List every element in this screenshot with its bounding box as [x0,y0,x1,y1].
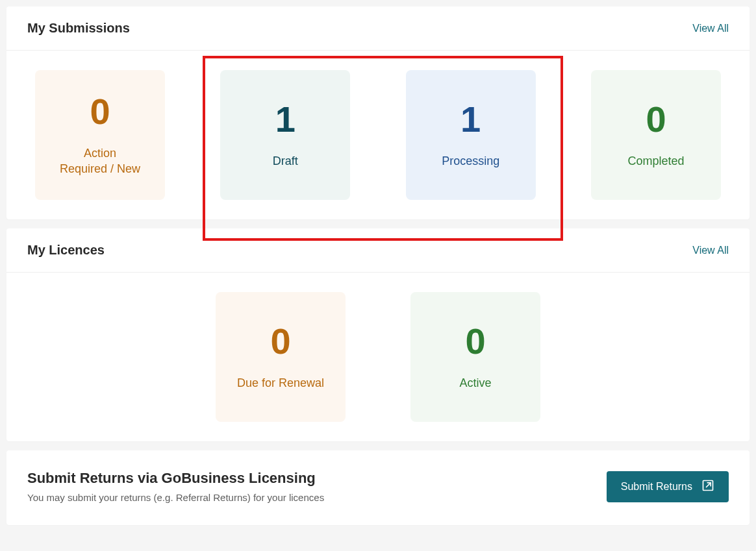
tile-label: Active [459,375,491,391]
submissions-title: My Submissions [27,21,130,36]
tile-due-renewal[interactable]: 0 Due for Renewal [216,292,346,422]
licences-body: 0 Due for Renewal 0 Active [6,273,750,441]
tile-count: 1 [275,101,296,138]
tile-count: 0 [465,323,485,360]
submissions-view-all[interactable]: View All [692,23,729,34]
submissions-panel: My Submissions View All 0 Action Require… [6,6,750,219]
svg-line-1 [707,482,711,487]
tile-label: Completed [627,153,684,169]
submit-returns-button[interactable]: Submit Returns [607,471,729,502]
tile-count: 0 [646,101,666,138]
tile-label: Due for Renewal [237,375,324,391]
returns-text: Submit Returns via GoBusiness Licensing … [27,470,324,503]
tile-completed[interactable]: 0 Completed [591,70,721,200]
licences-header: My Licences View All [6,228,750,273]
tile-label: Draft [273,153,298,169]
tile-count: 1 [460,101,481,138]
tile-processing[interactable]: 1 Processing [406,70,536,200]
returns-panel: Submit Returns via GoBusiness Licensing … [6,450,750,525]
submissions-body: 0 Action Required / New 1 Draft 1 Proces… [6,51,750,219]
external-link-icon [701,479,714,495]
submissions-header: My Submissions View All [6,6,750,51]
tile-label: Processing [442,153,499,169]
submit-returns-label: Submit Returns [621,481,692,493]
tile-count: 0 [90,93,110,130]
tile-draft[interactable]: 1 Draft [220,70,350,200]
returns-description: You may submit your returns (e.g. Referr… [27,492,324,503]
tile-active[interactable]: 0 Active [410,292,540,422]
tile-count: 0 [270,323,290,360]
licences-view-all[interactable]: View All [692,245,729,256]
returns-title: Submit Returns via GoBusiness Licensing [27,470,324,487]
licences-panel: My Licences View All 0 Due for Renewal 0… [6,228,750,441]
tile-label: Action Required / New [60,145,140,177]
licences-title: My Licences [27,243,105,258]
tile-action-required[interactable]: 0 Action Required / New [35,70,165,200]
